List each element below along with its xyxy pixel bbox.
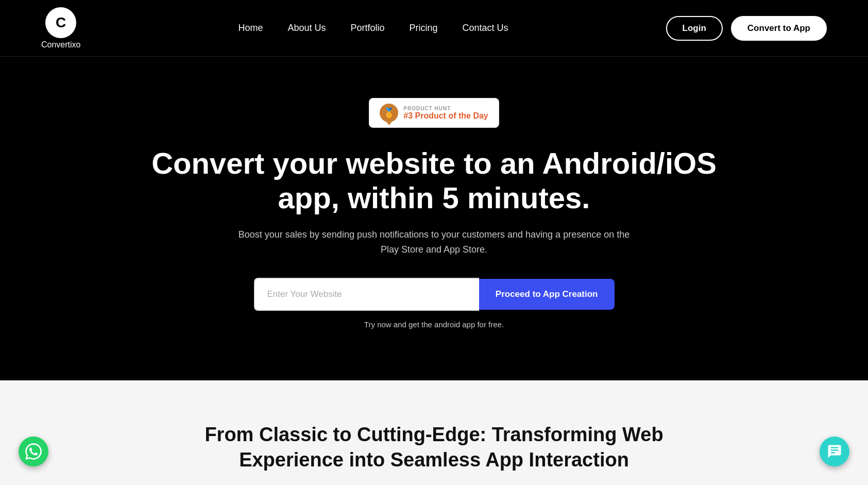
chat-icon: [827, 444, 842, 459]
nav-portfolio[interactable]: Portfolio: [351, 23, 385, 34]
ph-title: #3 Product of the Day: [403, 111, 488, 121]
whatsapp-icon: [25, 443, 42, 460]
brand-name: Convertixo: [41, 40, 80, 49]
hero-footnote: Try now and get the android app for free…: [364, 320, 504, 329]
logo[interactable]: C Convertixo: [41, 7, 80, 49]
ph-label: PRODUCT HUNT: [403, 106, 451, 111]
nav-contact[interactable]: Contact Us: [463, 23, 508, 34]
lower-section: From Classic to Cutting-Edge: Transformi…: [0, 380, 868, 485]
logo-icon: C: [45, 7, 76, 38]
hero-section: 🏅 PRODUCT HUNT #3 Product of the Day Con…: [0, 57, 868, 380]
header: C Convertixo Home About Us Portfolio Pri…: [0, 0, 868, 57]
main-nav: Home About Us Portfolio Pricing Contact …: [238, 23, 508, 34]
login-button[interactable]: Login: [666, 16, 723, 41]
medal-icon: 🏅: [380, 104, 398, 122]
product-hunt-badge: 🏅 PRODUCT HUNT #3 Product of the Day: [369, 98, 499, 128]
hero-subtext: Boost your sales by sending push notific…: [239, 227, 630, 257]
lower-headline: From Classic to Cutting-Edge: Transformi…: [202, 422, 666, 473]
nav-about[interactable]: About Us: [287, 23, 326, 34]
hero-headline: Convert your website to an Android/iOS a…: [125, 146, 743, 215]
website-input[interactable]: [254, 278, 479, 311]
hero-input-row: Proceed to App Creation: [254, 278, 615, 311]
header-actions: Login Convert to App: [666, 16, 827, 41]
whatsapp-fab[interactable]: [19, 437, 48, 466]
convert-to-app-button[interactable]: Convert to App: [731, 16, 827, 41]
nav-home[interactable]: Home: [238, 23, 263, 34]
ph-text: PRODUCT HUNT #3 Product of the Day: [403, 106, 488, 121]
nav-pricing[interactable]: Pricing: [410, 23, 438, 34]
chat-fab[interactable]: [820, 437, 849, 466]
proceed-button[interactable]: Proceed to App Creation: [479, 279, 615, 310]
